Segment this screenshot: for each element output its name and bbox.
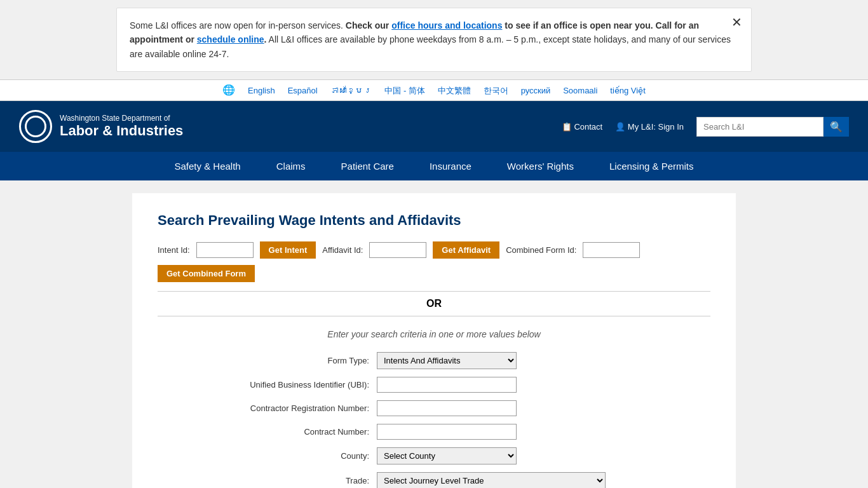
contractor-reg-label: Contractor Registration Number: [212, 403, 377, 413]
logo-area: Washington State Department of Labor & I… [19, 110, 183, 143]
form-type-row: Form Type: Intents And Affidavits Intent… [212, 352, 656, 369]
nav-licensing-permits[interactable]: Licensing & Permits [592, 152, 712, 180]
org-name: Labor & Industries [60, 123, 183, 139]
logo-text: Washington State Department of Labor & I… [60, 114, 183, 139]
get-affidavit-button[interactable]: Get Affidavit [433, 241, 499, 259]
county-label: County: [212, 451, 377, 461]
ubi-row: Unified Business Identifier (UBI): [212, 377, 656, 393]
lang-chinese-traditional[interactable]: 中文繁體 [438, 85, 471, 97]
lang-somali[interactable]: Soomaali [563, 86, 597, 95]
combined-form-id-input[interactable] [583, 242, 640, 258]
dept-name: Washington State Department of [60, 114, 183, 123]
globe-icon: 🌐 [222, 84, 235, 96]
ubi-label: Unified Business Identifier (UBI): [212, 380, 377, 390]
office-hours-link[interactable]: office hours and locations [391, 20, 502, 30]
alert-banner: Some L&I offices are now open for in-per… [116, 8, 752, 72]
get-combined-form-button[interactable]: Get Combined Form [158, 265, 255, 282]
alert-text: Some L&I offices are now open for in-per… [130, 18, 738, 61]
affidavit-id-input[interactable] [369, 242, 426, 258]
main-nav: Safety & Health Claims Patient Care Insu… [0, 152, 868, 180]
search-wrap: 🔍 [696, 117, 849, 137]
contract-number-input[interactable] [377, 424, 517, 440]
get-intent-button[interactable]: Get Intent [260, 241, 316, 259]
header-actions: 📋 Contact 👤 My L&I: Sign In 🔍 [562, 117, 849, 137]
page-content: Search Prevailing Wage Intents and Affid… [132, 193, 736, 488]
affidavit-id-label: Affidavit Id: [322, 245, 363, 255]
county-select[interactable]: Select County Adams Asotin Benton Chelan… [377, 447, 517, 464]
contact-icon: 📋 [562, 122, 572, 132]
form-type-select[interactable]: Intents And Affidavits Intents Only Affi… [377, 352, 517, 369]
search-input[interactable] [696, 117, 824, 137]
nav-workers-rights[interactable]: Workers' Rights [489, 152, 592, 180]
user-icon: 👤 [615, 122, 625, 132]
logo-icon [19, 110, 52, 143]
nav-patient-care[interactable]: Patient Care [323, 152, 412, 180]
criteria-form: Form Type: Intents And Affidavits Intent… [212, 352, 656, 488]
search-button[interactable]: 🔍 [824, 117, 849, 137]
form-type-label: Form Type: [212, 356, 377, 365]
nav-safety-health[interactable]: Safety & Health [156, 152, 258, 180]
schedule-online-link[interactable]: schedule online [197, 34, 264, 44]
language-bar: 🌐 English Español ភាសាខ្មែរ 中国 - 简体 中文繁體… [0, 79, 868, 101]
lang-korean[interactable]: 한국어 [484, 85, 508, 97]
trade-label: Trade: [212, 476, 377, 485]
combined-form-id-label: Combined Form Id: [506, 245, 576, 255]
lang-vietnamese[interactable]: tiếng Việt [610, 86, 646, 95]
lang-espanol[interactable]: Español [288, 86, 318, 95]
alert-close-button[interactable]: ✕ [731, 15, 742, 30]
site-header: Washington State Department of Labor & I… [0, 101, 868, 152]
signin-label: My L&I: Sign In [628, 122, 684, 132]
intent-id-input[interactable] [196, 242, 254, 258]
or-divider: OR [158, 291, 710, 316]
signin-link[interactable]: 👤 My L&I: Sign In [615, 122, 684, 132]
intent-id-label: Intent Id: [158, 245, 190, 255]
lang-russian[interactable]: русский [521, 86, 551, 95]
page-title: Search Prevailing Wage Intents and Affid… [158, 212, 710, 229]
contact-label: Contact [574, 122, 602, 132]
nav-insurance[interactable]: Insurance [412, 152, 489, 180]
contract-number-label: Contract Number: [212, 427, 377, 437]
contractor-reg-input[interactable] [377, 400, 517, 416]
county-row: County: Select County Adams Asotin Bento… [212, 447, 656, 464]
lang-chinese-simplified[interactable]: 中国 - 简体 [384, 85, 425, 97]
contractor-reg-row: Contractor Registration Number: [212, 400, 656, 416]
lang-english[interactable]: English [248, 86, 275, 95]
criteria-title: Enter your search criteria in one or mor… [158, 329, 710, 339]
quick-search-row: Intent Id: Get Intent Affidavit Id: Get … [158, 241, 710, 282]
trade-select[interactable]: Select Journey Level Trade [377, 472, 606, 488]
nav-claims[interactable]: Claims [259, 152, 323, 180]
contract-number-row: Contract Number: [212, 424, 656, 440]
contact-link[interactable]: 📋 Contact [562, 122, 602, 132]
trade-row: Trade: Select Journey Level Trade [212, 472, 656, 488]
ubi-input[interactable] [377, 377, 517, 393]
lang-khmer[interactable]: ភាសាខ្មែរ [330, 86, 372, 95]
